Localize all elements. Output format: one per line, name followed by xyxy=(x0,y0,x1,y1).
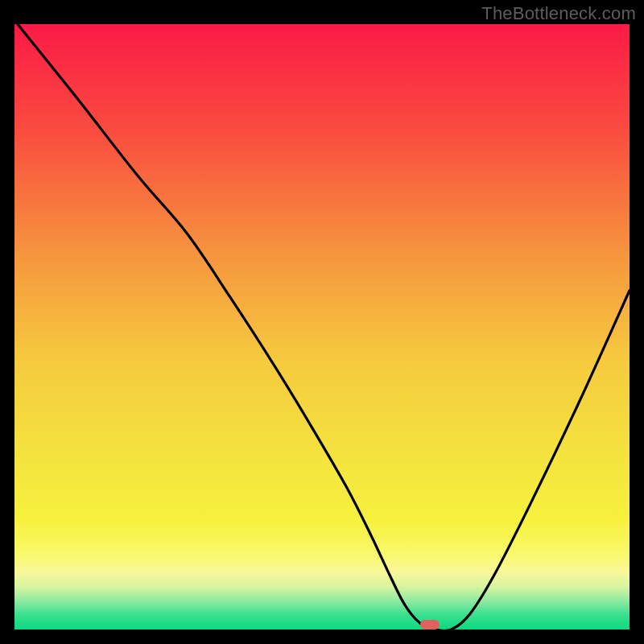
plot-area xyxy=(14,24,630,630)
figure-canvas: TheBottleneck.com xyxy=(0,0,644,644)
watermark-text: TheBottleneck.com xyxy=(481,3,636,24)
optimum-marker xyxy=(420,620,440,630)
gradient-background xyxy=(14,24,630,630)
bottleneck-chart xyxy=(14,24,630,630)
